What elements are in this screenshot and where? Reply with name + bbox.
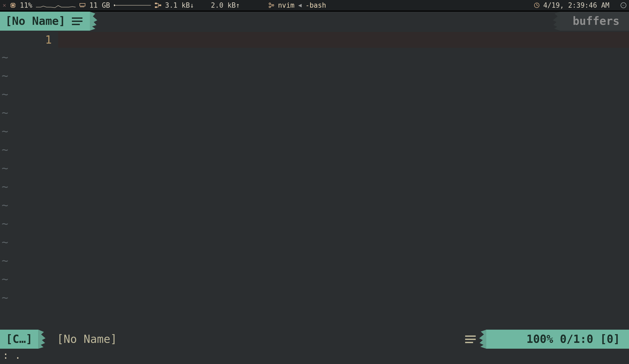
svg-rect-17 (155, 3, 157, 4)
hamburger-icon (465, 335, 476, 343)
more-menu-icon[interactable]: ⋯ (621, 2, 626, 8)
empty-line-tilde: ~ (0, 292, 629, 311)
status-position: 100% 0/1:0 [0] (486, 330, 629, 349)
cursor-line[interactable] (58, 32, 629, 48)
line-number: 1 (0, 34, 58, 45)
buffer-tab-active[interactable]: [No Name] (0, 12, 90, 31)
empty-line-tilde: ~ (0, 200, 629, 218)
process-tree-icon (269, 2, 274, 8)
cpu-percent: 11% (20, 2, 32, 9)
svg-point-26 (272, 4, 274, 6)
buffer-tab-label: [No Name] (5, 16, 66, 27)
command-line[interactable]: : . (0, 349, 629, 364)
hamburger-icon (72, 17, 82, 25)
memory-icon (79, 3, 86, 8)
empty-line-tilde: ~ (0, 107, 629, 126)
empty-line-tilde: ~ (0, 237, 629, 255)
svg-rect-18 (155, 6, 157, 8)
empty-line-tilde: ~ (0, 70, 629, 89)
empty-line-tilde: ~ (0, 163, 629, 181)
editor-area[interactable]: [No Name] buffers 1 ~~~~~~~~~~~~~~ [C…] … (0, 12, 629, 364)
status-file: [No Name] (38, 330, 128, 349)
empty-line-tilde: ~ (0, 255, 629, 274)
clock-text: 4/19, 2:39:46 AM (543, 2, 609, 9)
memory-bar-icon (114, 4, 151, 7)
separator-left-icon: ◀ (298, 2, 302, 8)
svg-rect-1 (12, 4, 14, 6)
status-line: [C…] [No Name] 100% 0/1:0 [0] (0, 330, 629, 349)
buffer-tabline: [No Name] buffers (0, 12, 629, 31)
net-down: 3.1 kB (165, 2, 194, 9)
empty-line-tilde: ~ (0, 144, 629, 163)
empty-line-tilde: ~ (0, 218, 629, 237)
empty-buffer-area[interactable]: ~~~~~~~~~~~~~~ (0, 49, 629, 330)
clock-icon (534, 2, 540, 8)
memory-usage: 11 GB (89, 2, 110, 9)
svg-rect-10 (80, 3, 85, 6)
network-icon (155, 2, 161, 8)
cpu-sparkline-icon (36, 2, 76, 9)
svg-rect-16 (114, 4, 115, 6)
empty-line-tilde: ~ (0, 89, 629, 107)
net-up: 2.0 kB (211, 2, 240, 9)
svg-rect-19 (159, 4, 161, 6)
cpu-icon (10, 2, 16, 8)
buffer-current-line[interactable]: 1 (0, 31, 629, 49)
svg-line-29 (537, 5, 538, 6)
empty-line-tilde: ~ (0, 52, 629, 70)
tmux-active-window[interactable]: nvim (278, 2, 295, 9)
close-icon[interactable]: ✕ (3, 2, 6, 8)
empty-line-tilde: ~ (0, 126, 629, 144)
empty-line-tilde: ~ (0, 274, 629, 292)
system-status-bar: ✕ 11% 11 GB (0, 0, 629, 12)
status-mode: [C…] (0, 330, 38, 349)
tabline-right-label: buffers (560, 12, 629, 31)
tmux-other-window[interactable]: -bash (306, 2, 326, 9)
empty-line-tilde: ~ (0, 181, 629, 200)
